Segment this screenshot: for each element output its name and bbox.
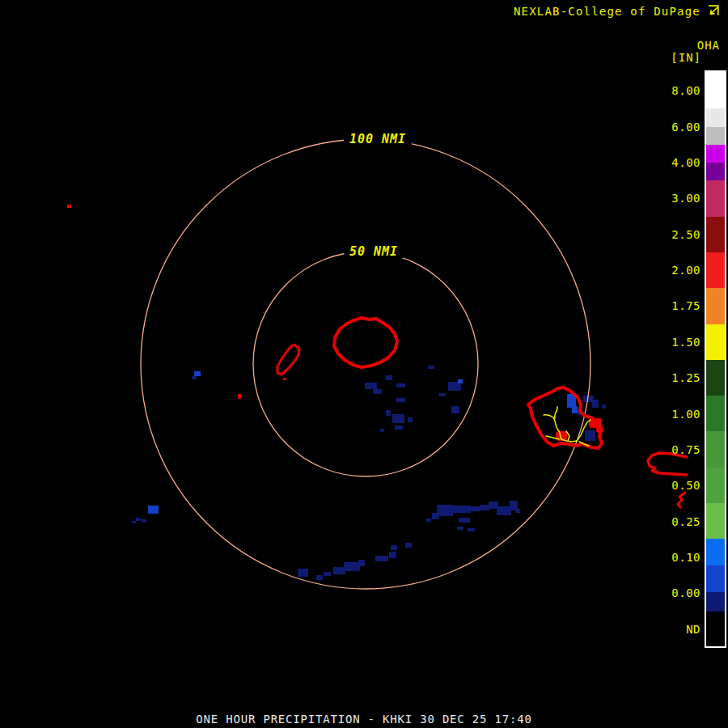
scale-value-label: 8.00 xyxy=(644,83,700,98)
scale-value-label: 1.75 xyxy=(644,298,700,313)
credit-text: NEXLAB-College of DuPage xyxy=(514,5,700,18)
range-rings xyxy=(141,139,590,589)
colorbar-segment xyxy=(706,324,725,360)
island-kauai xyxy=(334,318,397,367)
colorbar-segment xyxy=(706,565,725,592)
dupage-logo-icon xyxy=(707,4,721,18)
scale-value-label: 1.50 xyxy=(644,335,700,349)
scale-value-label: 6.00 xyxy=(644,120,700,134)
scale-value-label: 0.75 xyxy=(644,442,700,457)
scale-units-label: [IN] xyxy=(671,51,701,64)
colorbar-segment xyxy=(706,108,725,127)
svg-text:100 NMI: 100 NMI xyxy=(349,132,406,146)
scale-value-label: 4.00 xyxy=(644,155,700,170)
scale-value-label: 0.10 xyxy=(644,550,700,565)
precip-echoes xyxy=(132,366,606,580)
colorbar-segment xyxy=(706,612,725,646)
colorbar-segment xyxy=(706,180,725,217)
scale-value-label: ND xyxy=(644,622,700,637)
credit-banner: NEXLAB-College of DuPage xyxy=(514,4,721,18)
island-lanai-squiggle xyxy=(678,493,685,507)
product-caption: ONE HOUR PRECIPITATION - KHKI 30 DEC 25 … xyxy=(0,713,728,726)
colorbar-segment xyxy=(706,539,725,565)
colorbar-segment xyxy=(706,72,725,108)
radar-display: 100 NMI50 NMI NEXLAB-College of DuPage O… xyxy=(0,0,728,728)
ring-labels: 100 NMI50 NMI xyxy=(344,132,412,259)
colorbar-segment xyxy=(706,217,725,252)
colorbar-segment xyxy=(706,288,725,324)
colorbar-segment xyxy=(706,396,725,431)
colorbar-segment xyxy=(706,468,725,503)
colorbar-segment xyxy=(706,431,725,468)
scale-station-label: OHA xyxy=(697,39,720,52)
scale-value-label: 2.50 xyxy=(644,227,700,242)
scale-value-label: 0.50 xyxy=(644,478,700,493)
radar-map: 100 NMI50 NMI xyxy=(0,0,728,728)
scale-value-label: 1.25 xyxy=(644,370,700,385)
colorbar-segment xyxy=(706,145,725,163)
colorbar-segment xyxy=(706,503,725,539)
scale-value-label: 1.00 xyxy=(644,407,700,421)
scale-value-label: 0.25 xyxy=(644,514,700,529)
colorbar xyxy=(705,70,726,648)
colorbar-segment xyxy=(706,592,725,612)
scale-value-label: 0.00 xyxy=(644,586,700,600)
colorbar-segment xyxy=(706,127,725,145)
island-niihau xyxy=(277,345,299,375)
scale-value-label: 2.00 xyxy=(644,263,700,277)
colorbar-segment xyxy=(706,163,725,180)
colorbar-segment xyxy=(706,252,725,288)
colorbar-segment xyxy=(706,360,725,396)
svg-text:50 NMI: 50 NMI xyxy=(349,244,398,259)
scale-value-label: 3.00 xyxy=(644,191,700,205)
